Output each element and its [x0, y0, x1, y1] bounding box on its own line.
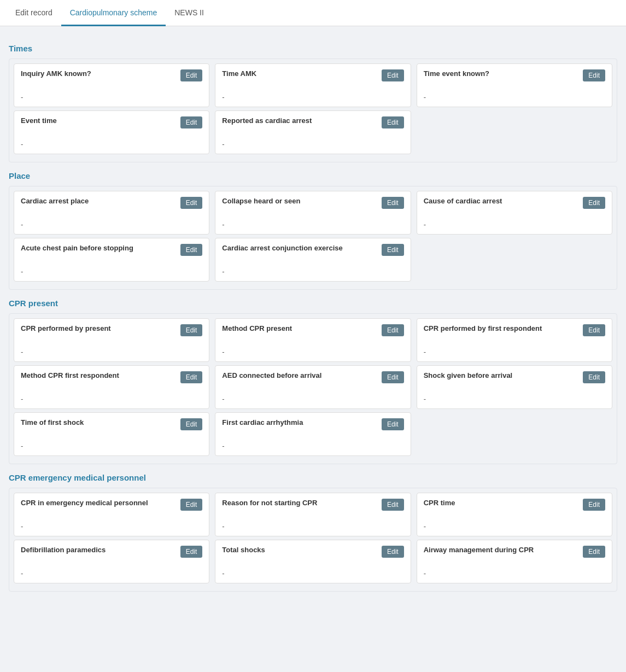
cards-row: Time of first shockEdit-First cardiac ar…: [14, 412, 612, 456]
section-group-times: Inquiry AMK known?Edit-Time AMKEdit-Time…: [9, 59, 617, 162]
edit-button-defibrillation-paramedics[interactable]: Edit: [180, 546, 203, 558]
card-label-time-amk: Time AMK: [222, 69, 382, 78]
card-header-acute-chest-pain: Acute chest pain before stoppingEdit: [21, 244, 202, 256]
card-label-reported-cardiac-arrest: Reported as cardiac arrest: [222, 116, 382, 125]
cards-row: CPR in emergency medical personnelEdit-R…: [14, 493, 612, 536]
card-label-method-cpr-first-respondent: Method CPR first respondent: [21, 371, 180, 379]
card-header-shock-given-before-arrival: Shock given before arrivalEdit: [424, 371, 605, 383]
card-value-time-event-known: -: [424, 93, 605, 101]
card-header-cpr-performed-by-present: CPR performed by presentEdit: [21, 324, 202, 336]
card-value-reason-not-starting-cpr: -: [222, 522, 403, 530]
card-header-method-cpr-first-respondent: Method CPR first respondentEdit: [21, 371, 202, 383]
card-value-method-cpr-first-respondent: -: [21, 395, 202, 403]
card-value-event-time: -: [21, 140, 202, 148]
edit-button-acute-chest-pain[interactable]: Edit: [180, 244, 203, 256]
card-value-cpr-time: -: [424, 522, 605, 530]
card-shock-given-before-arrival: Shock given before arrivalEdit-: [417, 365, 612, 409]
edit-button-cause-of-cardiac-arrest[interactable]: Edit: [583, 197, 605, 209]
cards-row: Event timeEdit-Reported as cardiac arres…: [14, 110, 612, 154]
card-label-defibrillation-paramedics: Defibrillation paramedics: [21, 546, 180, 554]
tab-news-ii[interactable]: NEWS II: [166, 1, 213, 26]
card-value-aed-connected-before-arrival: -: [222, 395, 403, 403]
card-cpr-in-emergency: CPR in emergency medical personnelEdit-: [14, 493, 209, 536]
card-method-cpr-first-respondent: Method CPR first respondentEdit-: [14, 365, 209, 409]
card-method-cpr-present: Method CPR presentEdit-: [215, 318, 411, 362]
edit-button-reported-cardiac-arrest[interactable]: Edit: [382, 116, 404, 128]
card-header-method-cpr-present: Method CPR presentEdit: [222, 324, 403, 336]
card-header-collapse-heard-or-seen: Collapse heard or seenEdit: [222, 197, 403, 209]
card-header-cardiac-arrest-place: Cardiac arrest placeEdit: [21, 197, 202, 209]
card-collapse-heard-or-seen: Collapse heard or seenEdit-: [215, 191, 411, 235]
section-times: TimesInquiry AMK known?Edit-Time AMKEdit…: [9, 44, 617, 162]
card-header-total-shocks: Total shocksEdit: [222, 546, 403, 558]
card-cpr-time: CPR timeEdit-: [417, 493, 612, 536]
card-value-cardiac-arrest-place: -: [21, 220, 202, 229]
cards-row: CPR performed by presentEdit-Method CPR …: [14, 318, 612, 362]
card-header-time-amk: Time AMKEdit: [222, 69, 403, 81]
edit-button-cpr-performed-by-present[interactable]: Edit: [180, 324, 203, 336]
edit-button-cpr-performed-first-respondent[interactable]: Edit: [583, 324, 605, 336]
cards-row: Inquiry AMK known?Edit-Time AMKEdit-Time…: [14, 63, 612, 107]
edit-button-cardiac-arrest-conjunction[interactable]: Edit: [382, 244, 404, 256]
cards-row: Defibrillation paramedicsEdit-Total shoc…: [14, 540, 612, 583]
section-place: PlaceCardiac arrest placeEdit-Collapse h…: [9, 171, 617, 290]
card-label-collapse-heard-or-seen: Collapse heard or seen: [222, 197, 382, 205]
card-value-reported-cardiac-arrest: -: [222, 140, 403, 148]
card-label-aed-connected-before-arrival: AED connected before arrival: [222, 371, 382, 379]
cards-row: Method CPR first respondentEdit-AED conn…: [14, 365, 612, 409]
card-header-reported-cardiac-arrest: Reported as cardiac arrestEdit: [222, 116, 403, 128]
card-acute-chest-pain: Acute chest pain before stoppingEdit-: [14, 238, 209, 282]
edit-button-total-shocks[interactable]: Edit: [382, 546, 404, 558]
section-title-times: Times: [9, 44, 617, 53]
card-airway-management-during-cpr: Airway management during CPREdit-: [417, 540, 612, 583]
section-group-cpr-present: CPR performed by presentEdit-Method CPR …: [9, 313, 617, 464]
card-header-cardiac-arrest-conjunction: Cardiac arrest conjunction exerciseEdit: [222, 244, 403, 256]
card-inquiry-amk-known: Inquiry AMK known?Edit-: [14, 63, 209, 107]
edit-button-first-cardiac-arrhythmia[interactable]: Edit: [382, 418, 404, 430]
edit-button-reason-not-starting-cpr[interactable]: Edit: [382, 499, 404, 511]
edit-button-shock-given-before-arrival[interactable]: Edit: [583, 371, 605, 383]
card-value-total-shocks: -: [222, 569, 403, 577]
edit-button-cardiac-arrest-place[interactable]: Edit: [180, 197, 203, 209]
card-label-event-time: Event time: [21, 116, 180, 125]
card-value-cpr-performed-first-respondent: -: [424, 348, 605, 356]
card-total-shocks: Total shocksEdit-: [215, 540, 411, 583]
edit-button-cpr-in-emergency[interactable]: Edit: [180, 499, 203, 511]
edit-button-inquiry-amk-known[interactable]: Edit: [180, 69, 203, 81]
card-label-shock-given-before-arrival: Shock given before arrival: [424, 371, 583, 379]
edit-button-method-cpr-first-respondent[interactable]: Edit: [180, 371, 203, 383]
card-label-inquiry-amk-known: Inquiry AMK known?: [21, 69, 180, 78]
tab-cardiopulmonary-scheme[interactable]: Cardiopulmonary scheme: [61, 1, 166, 26]
card-value-shock-given-before-arrival: -: [424, 395, 605, 403]
card-value-cardiac-arrest-conjunction: -: [222, 267, 403, 276]
edit-button-time-amk[interactable]: Edit: [382, 69, 404, 81]
section-title-cpr-present: CPR present: [9, 299, 617, 308]
card-label-cpr-in-emergency: CPR in emergency medical personnel: [21, 499, 180, 507]
edit-button-event-time[interactable]: Edit: [180, 116, 203, 128]
edit-button-time-of-first-shock[interactable]: Edit: [180, 418, 203, 430]
edit-button-method-cpr-present[interactable]: Edit: [382, 324, 404, 336]
edit-button-airway-management-during-cpr[interactable]: Edit: [583, 546, 605, 558]
card-label-time-event-known: Time event known?: [424, 69, 583, 78]
section-cpr-present: CPR presentCPR performed by presentEdit-…: [9, 299, 617, 464]
card-label-method-cpr-present: Method CPR present: [222, 324, 382, 332]
cards-row: Cardiac arrest placeEdit-Collapse heard …: [14, 191, 612, 235]
card-reason-not-starting-cpr: Reason for not starting CPREdit-: [215, 493, 411, 536]
card-label-total-shocks: Total shocks: [222, 546, 382, 554]
card-value-cpr-performed-by-present: -: [21, 348, 202, 356]
edit-button-cpr-time[interactable]: Edit: [583, 499, 605, 511]
card-label-cardiac-arrest-conjunction: Cardiac arrest conjunction exercise: [222, 244, 382, 252]
edit-button-aed-connected-before-arrival[interactable]: Edit: [382, 371, 404, 383]
card-value-airway-management-during-cpr: -: [424, 569, 605, 577]
edit-button-time-event-known[interactable]: Edit: [583, 69, 605, 81]
card-label-cpr-performed-by-present: CPR performed by present: [21, 324, 180, 332]
card-label-cardiac-arrest-place: Cardiac arrest place: [21, 197, 180, 205]
card-header-event-time: Event timeEdit: [21, 116, 202, 128]
edit-button-collapse-heard-or-seen[interactable]: Edit: [382, 197, 404, 209]
card-value-cause-of-cardiac-arrest: -: [424, 220, 605, 229]
tab-edit-record[interactable]: Edit record: [7, 1, 61, 26]
card-label-reason-not-starting-cpr: Reason for not starting CPR: [222, 499, 382, 507]
card-header-cpr-performed-first-respondent: CPR performed by first respondentEdit: [424, 324, 605, 336]
card-value-inquiry-amk-known: -: [21, 93, 202, 101]
card-aed-connected-before-arrival: AED connected before arrivalEdit-: [215, 365, 411, 409]
